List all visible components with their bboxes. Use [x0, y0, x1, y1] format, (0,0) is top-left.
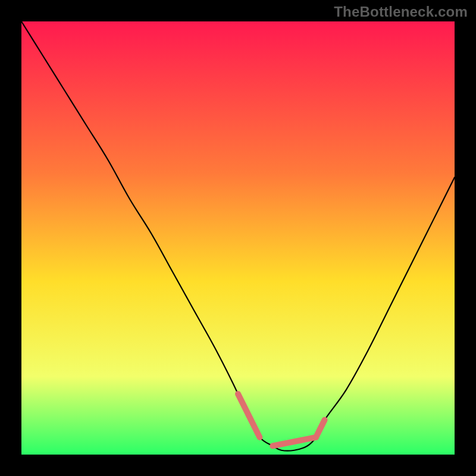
- watermark-label: TheBottleneck.com: [334, 4, 468, 20]
- plot-background: [21, 21, 455, 455]
- chart-container: TheBottleneck.com: [0, 0, 476, 476]
- bottleneck-chart: [0, 0, 476, 476]
